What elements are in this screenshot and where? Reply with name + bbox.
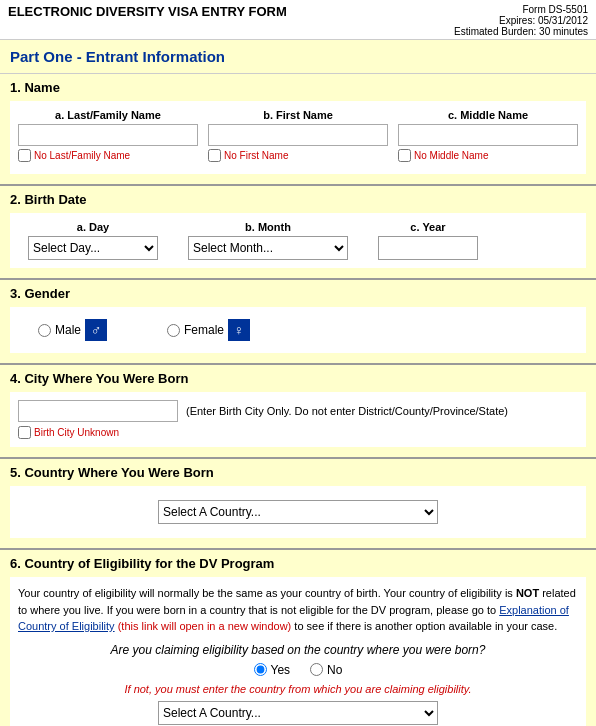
section-country-born: 5. Country Where You Were Born Select A … xyxy=(0,459,596,550)
middle-name-input[interactable] xyxy=(398,124,578,146)
city-input-row: (Enter Birth City Only. Do not enter Dis… xyxy=(18,400,578,422)
section-gender-title: 3. Gender xyxy=(10,286,586,301)
city-unknown-label: Birth City Unknown xyxy=(34,427,119,438)
section-city-content: (Enter Birth City Only. Do not enter Dis… xyxy=(10,392,586,447)
country-born-select[interactable]: Select A Country... xyxy=(158,500,438,524)
not-answer-note: If not, you must enter the country from … xyxy=(18,683,578,695)
female-radio[interactable] xyxy=(167,324,180,337)
section-name-content: a. Last/Family Name No Last/Family Name … xyxy=(10,101,586,174)
yes-radio[interactable] xyxy=(254,663,267,676)
yes-label: Yes xyxy=(271,663,291,677)
section-country-born-title: 5. Country Where You Were Born xyxy=(10,465,586,480)
month-group: b. Month Select Month... xyxy=(178,221,358,260)
male-label: Male xyxy=(55,323,81,337)
no-first-name-checkbox[interactable] xyxy=(208,149,221,162)
day-label: a. Day xyxy=(18,221,168,233)
last-name-input[interactable] xyxy=(18,124,198,146)
no-last-name-checkbox[interactable] xyxy=(18,149,31,162)
section-birth-date-content: a. Day Select Day... b. Month Select Mon… xyxy=(10,213,586,268)
first-name-input[interactable] xyxy=(208,124,388,146)
city-unknown-row: Birth City Unknown xyxy=(18,426,578,439)
yes-no-row: Yes No xyxy=(18,663,578,677)
month-label: b. Month xyxy=(178,221,358,233)
birth-date-fields-row: a. Day Select Day... b. Month Select Mon… xyxy=(18,221,578,260)
section-birth-date-title: 2. Birth Date xyxy=(10,192,586,207)
yes-option: Yes xyxy=(254,663,291,677)
male-icon: ♂ xyxy=(85,319,107,341)
section-eligibility-content: Your country of eligibility will normall… xyxy=(10,577,586,726)
year-input[interactable] xyxy=(378,236,478,260)
no-middle-name-row: No Middle Name xyxy=(398,149,578,162)
year-label: c. Year xyxy=(368,221,488,233)
no-first-name-row: No First Name xyxy=(208,149,388,162)
eligibility-description: Your country of eligibility will normall… xyxy=(18,585,578,635)
eligibility-country-select[interactable]: Select A Country... xyxy=(158,701,438,725)
page-header: ELECTRONIC DIVERSITY VISA ENTRY FORM For… xyxy=(0,0,596,40)
first-name-label: b. First Name xyxy=(208,109,388,121)
section-gender: 3. Gender Male ♂ Female ♀ xyxy=(0,280,596,365)
section-city-title: 4. City Where You Were Born xyxy=(10,371,586,386)
not-text: NOT xyxy=(516,587,539,599)
eligibility-country-select-row: Select A Country... xyxy=(18,701,578,725)
day-group: a. Day Select Day... xyxy=(18,221,168,260)
city-note: (Enter Birth City Only. Do not enter Dis… xyxy=(186,405,508,417)
section-eligibility: 6. Country of Eligibility for the DV Pro… xyxy=(0,550,596,726)
eligibility-question: Are you claiming eligibility based on th… xyxy=(18,643,578,657)
section-country-born-content: Select A Country... xyxy=(10,486,586,538)
no-label: No xyxy=(327,663,342,677)
middle-name-label: c. Middle Name xyxy=(398,109,578,121)
year-group: c. Year xyxy=(368,221,488,260)
section-name: 1. Name a. Last/Family Name No Last/Fami… xyxy=(0,74,596,186)
city-unknown-checkbox[interactable] xyxy=(18,426,31,439)
no-radio[interactable] xyxy=(310,663,323,676)
first-name-group: b. First Name No First Name xyxy=(208,109,388,162)
no-middle-name-checkbox[interactable] xyxy=(398,149,411,162)
gender-options-row: Male ♂ Female ♀ xyxy=(18,315,578,345)
form-info: Form DS-5501 Expires: 05/31/2012 Estimat… xyxy=(454,4,588,37)
female-label: Female xyxy=(184,323,224,337)
last-name-label: a. Last/Family Name xyxy=(18,109,198,121)
no-middle-name-label: No Middle Name xyxy=(414,150,488,161)
female-option: Female ♀ xyxy=(167,319,250,341)
last-name-group: a. Last/Family Name No Last/Family Name xyxy=(18,109,198,162)
no-option: No xyxy=(310,663,342,677)
no-last-name-row: No Last/Family Name xyxy=(18,149,198,162)
no-first-name-label: No First Name xyxy=(224,150,288,161)
male-option: Male ♂ xyxy=(38,319,107,341)
day-select[interactable]: Select Day... xyxy=(28,236,158,260)
section-name-title: 1. Name xyxy=(10,80,586,95)
page-title: ELECTRONIC DIVERSITY VISA ENTRY FORM xyxy=(8,4,287,19)
name-fields-row: a. Last/Family Name No Last/Family Name … xyxy=(18,109,578,162)
part-one-header: Part One - Entrant Information xyxy=(0,40,596,74)
no-last-name-label: No Last/Family Name xyxy=(34,150,130,161)
section-gender-content: Male ♂ Female ♀ xyxy=(10,307,586,353)
country-born-select-row: Select A Country... xyxy=(18,500,578,524)
female-icon: ♀ xyxy=(228,319,250,341)
section-eligibility-title: 6. Country of Eligibility for the DV Pro… xyxy=(10,556,586,571)
section-birth-date: 2. Birth Date a. Day Select Day... b. Mo… xyxy=(0,186,596,280)
section-city-born: 4. City Where You Were Born (Enter Birth… xyxy=(0,365,596,459)
month-select[interactable]: Select Month... xyxy=(188,236,348,260)
city-born-input[interactable] xyxy=(18,400,178,422)
male-radio[interactable] xyxy=(38,324,51,337)
link-note: (this link will open in a new window) xyxy=(118,620,292,632)
middle-name-group: c. Middle Name No Middle Name xyxy=(398,109,578,162)
